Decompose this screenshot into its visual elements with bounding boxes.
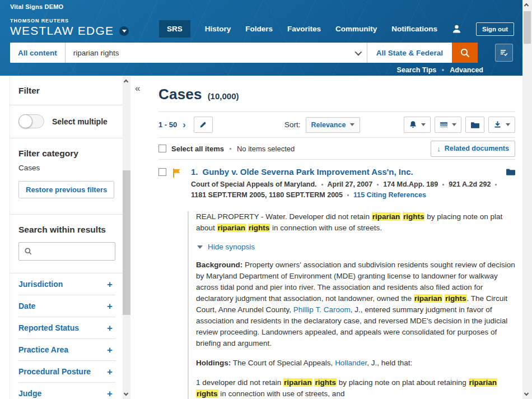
nav-srs[interactable]: SRS (159, 20, 190, 38)
content-scope-button[interactable]: All content (10, 43, 66, 63)
filter-sidebar: Filter Select multiple Filter category C… (10, 76, 123, 399)
select-all-row: Select all items No items selected Relat… (158, 138, 515, 159)
filter-accordion-list: JurisdictionDateReported StatusPractice … (18, 273, 115, 399)
plus-icon[interactable] (107, 323, 115, 333)
related-documents-button[interactable]: Related documents (431, 141, 515, 157)
meta-item: April 27, 2007 (328, 180, 373, 188)
brand-logo: THOMSON REUTERS WESTLAW EDGE (10, 18, 129, 38)
search-result-item: 1.Gunby v. Olde Severna Park Improvement… (158, 167, 515, 399)
search-button[interactable] (452, 43, 478, 63)
nav-notifications[interactable]: Notifications (391, 20, 437, 38)
restore-previous-filters-button[interactable]: Restore previous filters (18, 181, 114, 198)
results-main: Cases (10,000) 1 - 50 Sort: Relevance (130, 76, 522, 399)
scroll-down-icon[interactable] (124, 391, 128, 396)
nav-favorites[interactable]: Favorites (287, 20, 321, 38)
search-term-highlight: rights (445, 294, 467, 303)
research-list-button[interactable] (495, 44, 513, 62)
citing-references-link[interactable]: 115 Citing References (353, 191, 426, 199)
search-query-text: riparian rights (73, 49, 355, 57)
chevron-down-icon (350, 123, 354, 126)
select-multiple-label: Select multiple (52, 117, 108, 126)
download-icon (493, 120, 502, 129)
display-options-button[interactable] (435, 117, 461, 133)
inline-link[interactable]: Hollander (335, 359, 367, 367)
plus-icon[interactable] (107, 389, 115, 398)
annotate-pen-button[interactable] (194, 117, 213, 133)
filter-section-date[interactable]: Date (18, 295, 115, 317)
filter-section-practice-area[interactable]: Practice Area (18, 339, 115, 361)
search-within-results-input[interactable] (18, 242, 115, 261)
user-profile-icon[interactable] (452, 24, 461, 34)
next-page-button[interactable] (183, 120, 185, 129)
plus-icon[interactable] (107, 345, 115, 355)
bell-icon (409, 120, 417, 129)
search-icon (24, 247, 32, 256)
hide-synopsis-label: Hide synopsis (208, 243, 255, 251)
scroll-down-icon[interactable] (524, 391, 529, 396)
search-input[interactable]: riparian rights (66, 43, 367, 63)
search-term-highlight: rights (403, 212, 425, 221)
nav-folders[interactable]: Folders (245, 20, 273, 38)
filter-section-judge[interactable]: Judge (18, 383, 115, 399)
filter-section-label: Judge (18, 389, 41, 398)
chevron-down-icon[interactable] (354, 48, 362, 55)
selection-status: No items selected (237, 145, 295, 153)
save-to-folder-button[interactable] (465, 117, 484, 133)
list-lines-icon (440, 121, 448, 129)
sidebar-scrollbar[interactable] (123, 76, 130, 399)
down-arrow-icon (437, 145, 441, 153)
filter-section-label: Procedural Posture (18, 367, 91, 376)
synopsis-paragraphs: Background: Property owners' association… (196, 259, 515, 399)
nav-community[interactable]: Community (335, 20, 377, 38)
filter-section-reported-status[interactable]: Reported Status (18, 317, 115, 339)
filter-category-title: Filter category (18, 149, 115, 159)
search-icon (460, 48, 470, 58)
folder-icon (470, 121, 479, 129)
search-term-highlight: riparian (372, 212, 401, 221)
scroll-up-icon[interactable] (124, 80, 128, 84)
research-list-icon (500, 48, 508, 57)
plus-icon[interactable] (107, 301, 115, 311)
plus-icon[interactable] (107, 280, 115, 289)
nav-history[interactable]: History (205, 20, 231, 38)
sign-out-button[interactable]: Sign out (476, 22, 514, 36)
alerts-bell-button[interactable] (404, 117, 431, 133)
chevron-down-icon (122, 30, 127, 33)
results-toolbar: 1 - 50 Sort: Relevance (158, 112, 515, 137)
jurisdiction-selector-button[interactable]: All State & Federal (367, 43, 452, 63)
filter-section-label: Jurisdiction (18, 280, 63, 289)
select-all-checkbox[interactable] (158, 145, 166, 152)
search-tips-link[interactable]: Search Tips (397, 66, 437, 74)
filter-section-procedural-posture[interactable]: Procedural Posture (18, 361, 115, 383)
separator-dot (347, 194, 349, 196)
separator-dot (321, 184, 323, 185)
filter-section-jurisdiction[interactable]: Jurisdiction (18, 273, 115, 295)
select-all-label: Select all items (171, 145, 224, 153)
hide-synopsis-link[interactable]: Hide synopsis (197, 243, 515, 251)
meta-item: Court of Special Appeals of Maryland. (191, 180, 317, 188)
download-button[interactable] (488, 117, 515, 133)
result-number: 1. (191, 167, 198, 177)
case-title-link[interactable]: 1.Gunby v. Olde Severna Park Improvement… (191, 167, 413, 177)
scrollbar-thumb[interactable] (123, 170, 130, 315)
sort-dropdown[interactable]: Relevance (306, 117, 361, 133)
app-header: Vital Signs DEMO THOMSON REUTERS WESTLAW… (0, 0, 522, 76)
advanced-search-link[interactable]: Advanced (450, 66, 483, 74)
search-term-highlight: riparian (469, 378, 498, 387)
search-term-highlight: rights (314, 378, 337, 387)
select-multiple-toggle[interactable] (18, 114, 44, 128)
scrollbar-thumb[interactable] (524, 11, 531, 44)
separator-dot (495, 184, 497, 185)
primary-nav: SRSHistoryFoldersFavoritesCommunityNotif… (159, 20, 514, 38)
plus-icon[interactable] (107, 367, 115, 377)
separator-dot (230, 148, 231, 150)
product-switcher-button[interactable] (119, 26, 129, 36)
search-bar: All content riparian rights All State & … (10, 43, 478, 63)
inline-link[interactable]: Phillip T. Caroom (293, 305, 351, 314)
scroll-up-icon[interactable] (524, 3, 529, 8)
page-scrollbar[interactable] (522, 0, 532, 399)
case-checkbox[interactable] (158, 168, 166, 176)
flag-icon[interactable] (172, 168, 181, 399)
folder-icon[interactable] (506, 167, 515, 176)
meta-item: 921 A.2d 292 (449, 180, 491, 188)
